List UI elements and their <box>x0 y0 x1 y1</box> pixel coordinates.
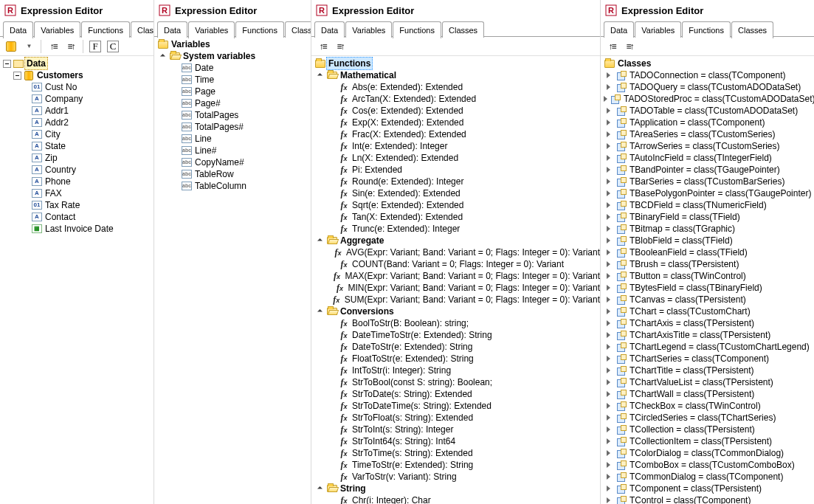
tree-function[interactable]: fx StrToDateTime(s: String): Extended <box>313 400 600 412</box>
expand-icon[interactable] <box>607 143 613 150</box>
tree-class[interactable]: TCircledSeries = class(TChartSeries) <box>602 412 814 424</box>
tree-function[interactable]: fx Frac(X: Extended): Extended <box>313 128 600 140</box>
tree-function[interactable]: fx VarToStr(v: Variant): String <box>313 471 600 483</box>
tree-class[interactable]: TBasePolygonPointer = class(TGaugePointe… <box>602 187 814 199</box>
tab-functions[interactable]: Functions <box>81 21 130 38</box>
tree-function[interactable]: fx IntToStr(i: Integer): String <box>313 365 600 376</box>
expand-icon[interactable] <box>604 96 607 103</box>
sort-group-button[interactable]: ≡↑ <box>332 38 348 55</box>
tree-class[interactable]: TChartWall = class(TPersistent) <box>602 388 814 400</box>
tree-field[interactable]: A Addr1 <box>1 105 154 117</box>
expand-icon[interactable] <box>607 332 613 339</box>
sort-asc-button[interactable]: ↑≡ <box>314 38 331 55</box>
expand-icon[interactable] <box>607 486 613 492</box>
sort-asc-button[interactable]: ↑≡ <box>604 38 620 55</box>
tree-root[interactable]: Variables <box>156 38 311 50</box>
sort-asc-button[interactable]: ↑≡ <box>45 38 61 55</box>
tree-variable[interactable]: abc Page# <box>156 97 311 109</box>
tree-class[interactable]: TBlobField = class(TField) <box>602 235 814 246</box>
tree-function[interactable]: fx StrToBool(const S: string): Boolean; <box>313 376 600 388</box>
expand-icon[interactable] <box>607 438 613 445</box>
expand-icon[interactable] <box>607 391 613 398</box>
tree-class[interactable]: TChartAxisTitle = class(TPersistent) <box>602 329 814 341</box>
expand-icon[interactable] <box>607 344 613 351</box>
tree-class[interactable]: TCanvas = class(TPersistent) <box>602 294 814 305</box>
expand-icon[interactable] <box>607 226 613 232</box>
data-tree[interactable]: Data Customers 01 Cust No A Company A Ad <box>0 56 154 504</box>
tree-variable[interactable]: abc TotalPages <box>156 109 311 121</box>
expand-icon[interactable] <box>607 450 613 457</box>
tree-class[interactable]: TBrush = class(TPersistent) <box>602 258 814 270</box>
tree-function[interactable]: fx StrToTime(s: String): Extended <box>313 447 600 459</box>
tab-data[interactable]: Data <box>3 21 33 38</box>
tree-function[interactable]: fx ArcTan(X: Extended): Extended <box>313 93 600 105</box>
expand-icon[interactable] <box>607 261 613 268</box>
tree-field[interactable]: ▦ Last Invoice Date <box>1 223 154 235</box>
tab-data[interactable]: Data <box>604 21 634 38</box>
collapse-icon[interactable] <box>3 60 11 68</box>
tree-class[interactable]: TChartTitle = class(TPersistent) <box>602 365 814 376</box>
tree-function[interactable]: fx StrToInt(s: String): Integer <box>313 424 600 435</box>
tree-variable[interactable]: abc Time <box>156 74 311 86</box>
tree-class[interactable]: TCheckBox = class(TWinControl) <box>602 400 814 412</box>
tree-field[interactable]: A Company <box>1 93 154 105</box>
expand-icon[interactable] <box>607 179 613 185</box>
expand-icon[interactable] <box>607 379 613 386</box>
tree-group[interactable]: Mathematical <box>313 69 600 81</box>
tree-class[interactable]: TADOTable = class(TCustomADODataSet) <box>602 105 814 117</box>
expand-icon[interactable] <box>607 155 613 162</box>
tab-variables[interactable]: Variables <box>34 21 80 38</box>
expand-icon[interactable] <box>607 462 613 469</box>
tree-class[interactable]: TColorDialog = class(TCommonDialog) <box>602 447 814 459</box>
tree-class[interactable]: TCollection = class(TPersistent) <box>602 424 814 435</box>
tree-function[interactable]: fx StrToDate(s: String): Extended <box>313 388 600 400</box>
field-filter-button[interactable]: F <box>87 38 103 55</box>
tree-function[interactable]: fx Int(e: Extended): Integer <box>313 140 600 152</box>
expand-icon[interactable] <box>607 415 613 421</box>
expand-icon[interactable] <box>607 190 613 197</box>
expand-icon[interactable] <box>607 427 613 433</box>
tree-group[interactable]: Aggregate <box>313 235 600 246</box>
expand-icon[interactable] <box>607 273 613 280</box>
tree-class[interactable]: TADOConnection = class(TComponent) <box>602 69 814 81</box>
tree-field[interactable]: 01 Cust No <box>1 81 154 93</box>
tree-field[interactable]: A FAX <box>1 187 154 199</box>
tree-class[interactable]: TBooleanField = class(TField) <box>602 246 814 258</box>
expand-icon[interactable] <box>607 308 613 315</box>
tree-class[interactable]: TAreaSeries = class(TCustomSeries) <box>602 128 814 140</box>
tab-functions[interactable]: Functions <box>393 21 441 38</box>
tab-variables[interactable]: Variables <box>635 21 681 38</box>
tree-variable[interactable]: abc Page <box>156 86 311 97</box>
tree-function[interactable]: fx FloatToStr(e: Extended): String <box>313 353 600 365</box>
tab-variables[interactable]: Variables <box>345 21 392 38</box>
datasource-button[interactable] <box>3 38 19 55</box>
tree-function[interactable]: fx Exp(X: Extended): Extended <box>313 117 600 128</box>
sort-group-button[interactable]: ≡↑ <box>63 38 79 55</box>
tree-variable[interactable]: abc Date <box>156 62 311 74</box>
tree-field[interactable]: A State <box>1 140 154 152</box>
collapse-icon[interactable] <box>317 72 324 79</box>
tree-class[interactable]: TButton = class(TWinControl) <box>602 270 814 282</box>
expand-icon[interactable] <box>607 367 613 374</box>
tab-classes[interactable]: Classes <box>131 21 154 38</box>
tree-class[interactable]: TCommonDialog = class(TComponent) <box>602 471 814 483</box>
tree-function[interactable]: fx Round(e: Extended): Integer <box>313 176 600 187</box>
tab-classes[interactable]: Classes <box>731 21 773 38</box>
tab-variables[interactable]: Variables <box>188 21 235 38</box>
tree-function[interactable]: fx Cos(e: Extended): Extended <box>313 105 600 117</box>
expand-icon[interactable] <box>607 320 613 327</box>
expand-icon[interactable] <box>607 238 613 244</box>
tree-group[interactable]: Conversions <box>313 305 600 317</box>
tree-class[interactable]: TCollectionItem = class(TPersistent) <box>602 435 814 447</box>
expand-icon[interactable] <box>607 72 613 79</box>
tree-root[interactable]: Classes <box>602 58 814 69</box>
tree-field[interactable]: A Addr2 <box>1 117 154 128</box>
tree-function[interactable]: fx Sin(e: Extended): Extended <box>313 187 600 199</box>
tree-variable[interactable]: abc CopyName# <box>156 156 311 168</box>
tree-function[interactable]: fx StrToFloat(s: String): Extended <box>313 412 600 424</box>
tree-class[interactable]: TComponent = class(TPersistent) <box>602 483 814 494</box>
tree-class[interactable]: TComboBox = class(TCustomComboBox) <box>602 459 814 471</box>
tab-classes[interactable]: Classes <box>442 21 484 38</box>
tree-class[interactable]: TChartSeries = class(TComponent) <box>602 353 814 365</box>
tab-classes[interactable]: Classes <box>285 21 311 38</box>
